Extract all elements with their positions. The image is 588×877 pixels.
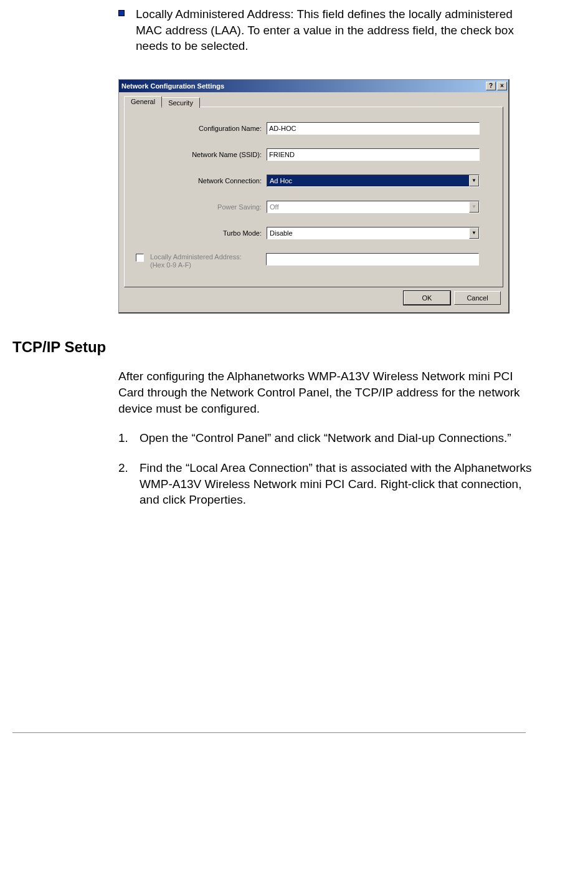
step-text: Find the “Local Area Connection” that is… [140, 460, 532, 508]
bullet-item: Locally Administered Address: This field… [118, 6, 532, 54]
close-button[interactable]: × [497, 82, 507, 90]
laa-checkbox[interactable] [136, 254, 144, 262]
footer-rule [12, 732, 526, 733]
step-number: 1. [118, 430, 140, 446]
help-button[interactable]: ? [486, 82, 496, 90]
turbo-select[interactable]: Disable ▼ [267, 227, 480, 239]
laa-input [266, 253, 479, 266]
list-item: 1. Open the “Control Panel” and click “N… [118, 430, 532, 446]
chevron-down-icon: ▼ [469, 228, 479, 239]
step-number: 2. [118, 460, 140, 508]
label-turbo: Turbo Mode: [136, 229, 267, 237]
cancel-button[interactable]: Cancel [454, 291, 501, 305]
step-text: Open the “Control Panel” and click “Netw… [140, 430, 511, 446]
paragraph-intro: After configuring the Alphanetworks WMP-… [118, 368, 532, 416]
chevron-down-icon: ▼ [469, 201, 479, 213]
label-power: Power Saving: [136, 203, 267, 211]
label-config-name: Configuration Name: [136, 125, 267, 132]
turbo-value: Disable [267, 228, 469, 239]
connection-value: Ad Hoc [267, 175, 469, 186]
label-laa: Locally Administered Address: (Hex 0-9 A… [150, 253, 266, 269]
square-bullet-icon [118, 10, 125, 16]
heading-tcpip: TCP/IP Setup [12, 338, 557, 356]
ssid-input[interactable] [267, 148, 480, 161]
tab-security[interactable]: Security [161, 97, 200, 108]
power-select: Off ▼ [267, 201, 480, 213]
dialog-title: Network Configuration Settings [121, 82, 485, 90]
label-ssid: Network Name (SSID): [136, 151, 267, 158]
tab-general[interactable]: General [124, 96, 162, 107]
tab-panel-general: Configuration Name: Network Name (SSID):… [124, 107, 503, 287]
label-connection: Network Connection: [136, 177, 267, 185]
list-item: 2. Find the “Local Area Connection” that… [118, 460, 532, 508]
dialog-titlebar: Network Configuration Settings ? × [119, 80, 508, 92]
tabs-row: General Security [124, 96, 503, 107]
chevron-down-icon: ▼ [469, 175, 479, 186]
power-value: Off [267, 201, 469, 213]
network-config-dialog: Network Configuration Settings ? × Gener… [118, 79, 510, 314]
connection-select[interactable]: Ad Hoc ▼ [267, 175, 480, 187]
config-name-input[interactable] [267, 122, 480, 135]
ok-button[interactable]: OK [404, 291, 450, 305]
bullet-text: Locally Administered Address: This field… [136, 6, 532, 54]
